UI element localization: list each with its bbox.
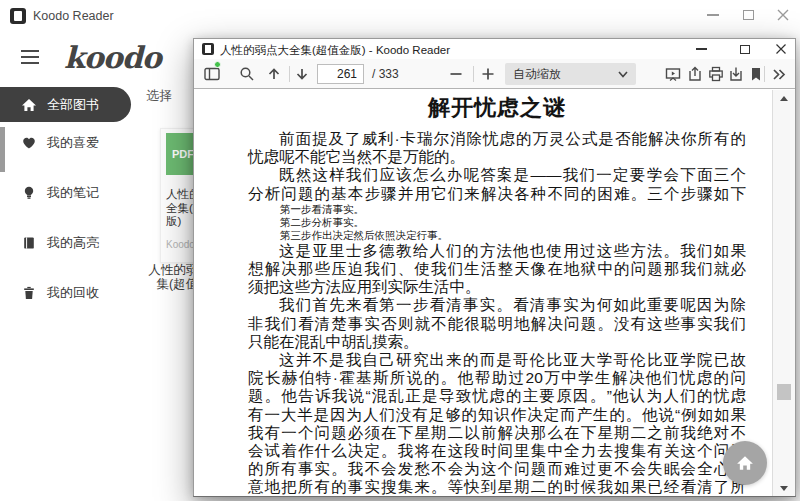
open-file-icon [687,66,703,82]
sidebar-item-label: 我的笔记 [47,184,99,202]
triangle-down-icon [780,486,788,491]
minimize-button[interactable] [696,0,730,30]
sidebar-item-label: 我的高亮 [47,234,99,252]
pdf-text-line: 院长赫伯特·霍基斯所说的。他帮助过20万中学生解决他们忧虑的问 [248,369,746,387]
bookmark-icon [750,67,762,82]
triangle-up-icon [780,96,788,101]
arrow-down-icon [294,66,310,82]
arrow-up-icon [266,66,282,82]
search-button[interactable] [236,63,258,85]
pdf-text-line: 想解决那些压迫我们、使我们生活整天像在地狱中的问题那我们就必 [248,260,746,278]
search-icon [239,66,255,82]
pdf-text-line: 这是亚里士多德教给人们的方法他也使用过这些方法。我们如果 [248,242,746,260]
chapter-title: 解开忧虑之谜 [248,93,746,123]
main-window-title: Koodo Reader [33,9,114,23]
chevron-down-icon [618,70,628,78]
trash-icon [21,285,37,301]
toggle-sidebar-button[interactable] [201,63,223,85]
scroll-down-button[interactable] [773,481,795,495]
home-icon [736,454,754,472]
main-titlebar: Koodo Reader [0,0,800,32]
zoom-mode-dropdown[interactable]: 自动缩放 [505,63,636,85]
pdf-text-line: 第三步作出决定然后依照决定行事。 [248,229,746,242]
scrollbar[interactable] [773,90,795,496]
sidebar-item-favorites[interactable]: 我的喜爱 [0,128,131,158]
close-icon [777,9,789,21]
double-chevron-right-icon [772,68,786,81]
reader-window-title: 人性的弱点大全集(超值金版) - Koodo Reader [220,43,450,58]
pdf-text-line: 只能在混乱中胡乱摸索。 [248,333,746,351]
close-button[interactable] [766,0,800,30]
pdf-text-line: 分析问题的基本步骤并用它们来解决各种不同的困难。三个步骤如下 [248,185,746,203]
sidebar-item-trash[interactable]: 我的回收 [0,278,131,308]
sidebar-item-label: 我的回收 [47,284,99,302]
zoom-mode-value: 自动缩放 [513,66,561,83]
pdf-text-line: 的所有事实。我不会发愁不会为这个问题而难过更不会失眠会全心全 [248,460,746,478]
page-count: / 333 [372,67,399,81]
pdf-viewer: 解开忧虑之谜 前面提及了威利·卡瑞尔消除忧虑的万灵公式是否能解决你所有的 忧虑呢… [194,90,795,496]
background-window-edge [0,127,5,172]
presentation-icon [665,67,681,82]
sidebar-item-notes[interactable]: 我的笔记 [0,178,131,208]
home-icon [21,97,37,113]
reader-close-button[interactable] [766,39,796,59]
sidebar-item-label: 我的喜爱 [47,134,99,152]
print-button[interactable] [705,63,727,85]
pdf-text-line: 非我们看清楚事实否则就不能很聪明地解决问题。没有这些事实我们 [248,315,746,333]
reader-maximize-button[interactable] [730,39,760,59]
save-icon [728,66,744,82]
scrollbar-thumb[interactable] [777,384,791,400]
back-to-library-button[interactable] [723,441,767,485]
sidebar-item-label: 全部图书 [47,96,99,114]
pdf-text-line: 前面提及了威利·卡瑞尔消除忧虑的万灵公式是否能解决你所有的 [248,130,746,148]
previous-page-button[interactable] [263,63,285,85]
select-mode-button[interactable]: 选择 [146,87,172,105]
heart-icon [21,135,37,151]
pdf-text-line: 须把这些方法应用到实际生活中。 [248,278,746,296]
pdf-text-line: 意地把所有的事实搜集来。等快到星期二的时候我如果已经看清了所 [248,478,746,496]
pdf-text-line: 会试着作什么决定。我将在这段时间里集中全力去搜集有关这个问题 [248,442,746,460]
more-tools-button[interactable] [768,63,790,85]
printer-icon [708,66,724,82]
next-page-button[interactable] [291,63,313,85]
koodo-logo: koodo [64,40,161,75]
sidebar-toggle-icon [204,67,220,81]
pdf-text-line: 我们首先来看第一步看清事实。看清事实为何如此重要呢因为除 [248,296,746,314]
minus-icon [449,67,463,81]
download-button[interactable] [725,63,747,85]
pdf-text-line: 忧虑呢不能它当然不是万能的。 [248,148,746,166]
koodo-app-icon [202,43,214,55]
maximize-button[interactable] [731,0,765,30]
pdf-page: 解开忧虑之谜 前面提及了威利·卡瑞尔消除忧虑的万灵公式是否能解决你所有的 忧虑呢… [194,90,773,496]
pdf-text-line: 既然这样我们应该怎么办呢答案是——我们一定要学会下面三个 [248,166,746,184]
close-icon [776,44,786,54]
menu-icon[interactable] [21,50,39,64]
sidebar-item-all-books[interactable]: 全部图书 [0,87,131,122]
page-number-input[interactable] [317,64,364,84]
scroll-up-button[interactable] [773,91,795,105]
pdf-text-line: 第二步分析事实。 [248,216,746,229]
open-file-button[interactable] [684,63,706,85]
koodo-app-icon [10,8,26,24]
zoom-in-button[interactable] [477,63,499,85]
reader-window: 人性的弱点大全集(超值金版) - Koodo Reader [193,38,796,497]
pdf-text-line: 有一大半是因为人们没有足够的知识作决定而产生的。他说“例如如果 [248,406,746,424]
pdf-text-line: 这并不是我自己研究出来的而是哥伦比亚大学哥伦比亚学院已故 [248,351,746,369]
zoom-out-button[interactable] [445,63,467,85]
book-icon [21,235,37,251]
lightbulb-icon [21,185,37,201]
presentation-mode-button[interactable] [662,63,684,85]
pdf-toolbar: / 333 自动缩放 [194,59,795,89]
desktop: Koodo Reader koodo 全部图书 我的喜爱 我的笔记 我的高亮 我… [0,0,800,501]
sidebar-item-highlights[interactable]: 我的高亮 [0,228,131,258]
reader-minimize-button[interactable] [686,39,716,59]
pdf-text-line: 第一步看清事实。 [248,203,746,216]
pdf-text-line: 我有一个问题必须在下星期二以前解决那么在下星期二之前我绝对不 [248,424,746,442]
plus-icon [481,67,495,81]
pdf-text-line: 题。他告诉我说“混乱正是导致忧虑的主要原因。”他认为人们的忧虑 [248,387,746,405]
reader-titlebar: 人性的弱点大全集(超值金版) - Koodo Reader [194,39,795,59]
status-dot [214,61,221,68]
